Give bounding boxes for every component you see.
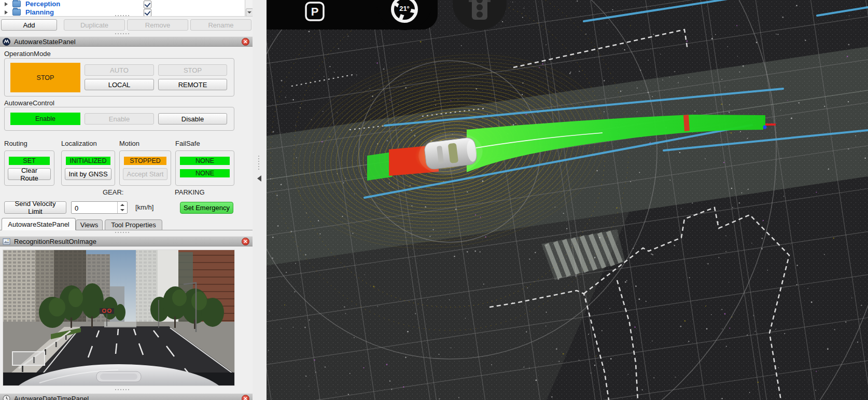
enable-button[interactable]: Enable [85, 113, 154, 125]
tree-scrollbar[interactable] [245, 0, 253, 16]
panel-splitter[interactable] [253, 0, 267, 400]
tab-autoware-state-panel[interactable]: AutowareStatePanel [2, 218, 76, 230]
splitter-handle[interactable] [115, 389, 129, 390]
splitter-handle[interactable] [115, 33, 129, 34]
motion-label: Motion [119, 140, 139, 147]
disable-button[interactable]: Disable [158, 113, 227, 125]
velocity-limit-spinbox[interactable] [71, 201, 128, 214]
failsafe-status-2: NONE [180, 169, 230, 177]
localization-label: Localization [61, 140, 97, 147]
auto-button[interactable]: AUTO [85, 64, 154, 76]
set-emergency-button[interactable]: Set Emergency [180, 202, 233, 214]
clear-route-button[interactable]: Clear Route [8, 168, 51, 180]
datetime-panel-titlebar[interactable]: AutowareDateTimePanel ✕ [0, 393, 253, 400]
tree-item-label: Planning [25, 8, 54, 16]
splitter-handle[interactable] [115, 232, 129, 233]
tree-item-label: Perception [25, 0, 60, 8]
image-icon [3, 238, 10, 245]
close-icon[interactable]: ✕ [242, 395, 249, 400]
autoware-control-status: Enable [10, 113, 80, 125]
camera-image [3, 250, 235, 386]
panel-tabbar: AutowareStatePanel Views Tool Properties [0, 218, 253, 230]
rviz-3d-viewport[interactable]: P 21° [267, 0, 868, 400]
expand-arrow-icon[interactable] [5, 10, 8, 15]
clock-icon [3, 395, 10, 400]
recognition-panel-titlebar[interactable]: RecognitionResultOnImage ✕ [0, 236, 253, 246]
kmh-unit-label: [km/h] [135, 203, 153, 211]
svg-text:21°: 21° [399, 5, 410, 12]
failsafe-label: FailSafe [175, 140, 200, 147]
remove-button[interactable]: Remove [127, 19, 188, 31]
operation-mode-label: OperationMode [4, 50, 51, 58]
folder-icon [12, 1, 21, 7]
velocity-limit-input[interactable] [72, 202, 120, 214]
stop-button[interactable]: STOP [158, 64, 227, 76]
autoware-logo-icon [3, 38, 10, 46]
failsafe-group [175, 150, 234, 186]
spin-down-icon[interactable] [118, 208, 127, 213]
camera-scene [3, 250, 234, 385]
tree-item-perception[interactable]: Perception [0, 0, 244, 8]
remote-button[interactable]: REMOTE [158, 79, 227, 90]
panel-title: AutowareStatePanel [14, 38, 76, 46]
panel-title: RecognitionResultOnImage [14, 238, 96, 245]
spin-up-icon[interactable] [118, 202, 127, 208]
collapse-left-icon[interactable] [257, 175, 261, 182]
svg-text:P: P [311, 5, 319, 18]
planning-checkbox[interactable] [144, 9, 151, 17]
splitter-handle[interactable] [115, 15, 129, 16]
operation-mode-status: STOP [10, 63, 80, 92]
rviz-left-panel: Perception Planning Add Duplicate Remove… [0, 0, 253, 400]
displays-tree[interactable]: Perception Planning [0, 0, 253, 17]
rename-button[interactable]: Rename [190, 19, 251, 31]
accept-start-button[interactable]: Accept Start [123, 168, 167, 180]
send-velocity-limit-button[interactable]: Send Velocity Limit [4, 201, 66, 214]
tab-tool-properties[interactable]: Tool Properties [105, 219, 162, 230]
hud-overlay: P 21° [267, 0, 507, 30]
panel-title: AutowareDateTimePanel [14, 395, 89, 400]
failsafe-status-1: NONE [180, 157, 230, 165]
localization-status: INITIALIZED [66, 157, 110, 165]
folder-icon [12, 9, 21, 16]
routing-label: Routing [4, 140, 27, 147]
viewport-scene[interactable]: P 21° [267, 0, 868, 400]
gear-label: GEAR: [103, 188, 123, 196]
duplicate-button[interactable]: Duplicate [64, 19, 125, 31]
close-icon[interactable]: ✕ [242, 38, 249, 46]
scroll-down-icon[interactable] [246, 8, 253, 17]
add-button[interactable]: Add [1, 19, 57, 31]
routing-status: SET [9, 157, 50, 165]
pointcloud-ground-texture [267, 0, 868, 400]
tab-views[interactable]: Views [76, 219, 103, 230]
perception-checkbox[interactable] [144, 1, 151, 8]
close-icon[interactable]: ✕ [242, 238, 249, 245]
splitter-handle[interactable] [258, 156, 259, 170]
local-button[interactable]: LOCAL [85, 79, 154, 90]
init-by-gnss-button[interactable]: Init by GNSS [65, 168, 111, 180]
autoware-control-label: AutowareControl [4, 99, 54, 107]
expand-arrow-icon[interactable] [5, 2, 8, 6]
motion-status: STOPPED [124, 157, 166, 165]
autoware-state-panel-titlebar[interactable]: AutowareStatePanel ✕ [0, 36, 253, 47]
parking-label: PARKING [175, 188, 205, 196]
